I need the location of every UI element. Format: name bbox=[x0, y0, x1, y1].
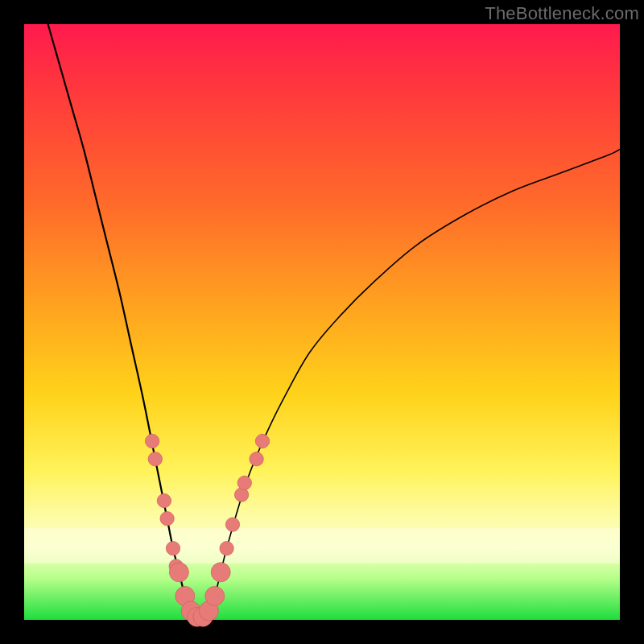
data-marker bbox=[169, 563, 188, 582]
data-marker bbox=[160, 512, 174, 526]
plot-area bbox=[24, 24, 620, 620]
watermark-text: TheBottleneck.com bbox=[485, 3, 639, 24]
markers-group bbox=[145, 434, 269, 626]
data-marker bbox=[225, 518, 239, 531]
data-marker bbox=[220, 542, 233, 555]
data-marker bbox=[148, 452, 162, 466]
data-marker bbox=[255, 434, 269, 448]
data-marker bbox=[211, 563, 230, 582]
curve-group bbox=[48, 24, 620, 621]
right-branch-path bbox=[208, 149, 620, 613]
data-marker bbox=[166, 542, 180, 555]
chart-frame: TheBottleneck.com bbox=[0, 0, 644, 644]
data-marker bbox=[250, 452, 263, 466]
data-marker bbox=[157, 493, 171, 507]
data-marker bbox=[237, 476, 251, 489]
data-marker bbox=[205, 586, 225, 605]
data-marker bbox=[145, 434, 159, 448]
chart-svg bbox=[24, 24, 620, 620]
